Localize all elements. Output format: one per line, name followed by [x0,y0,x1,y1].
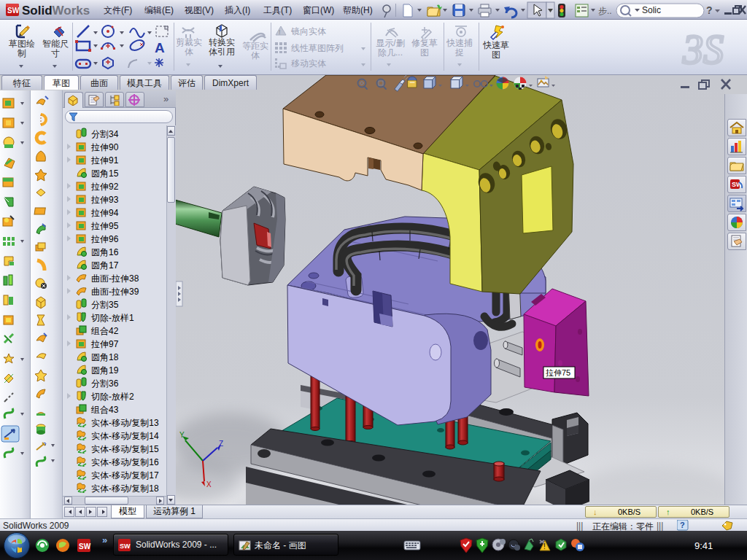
svg-text:3S: 3S [682,27,724,72]
svg-text:SW: SW [7,7,20,15]
svg-text:步..: 步.. [598,6,612,16]
svg-text:SW: SW [79,542,91,551]
svg-text:SolidWorks: SolidWorks [22,4,90,18]
svg-text:SW: SW [120,542,131,550]
svg-text:Z: Z [219,440,223,448]
svg-text:?: ? [706,4,713,16]
svg-text:X: X [206,481,212,489]
svg-text:拉伸75: 拉伸75 [546,368,570,377]
svg-text:!: ! [279,28,281,36]
svg-text:?: ? [680,521,685,529]
svg-text:Solic: Solic [642,5,661,15]
svg-text:A: A [155,40,165,55]
svg-text:Y: Y [179,431,185,439]
